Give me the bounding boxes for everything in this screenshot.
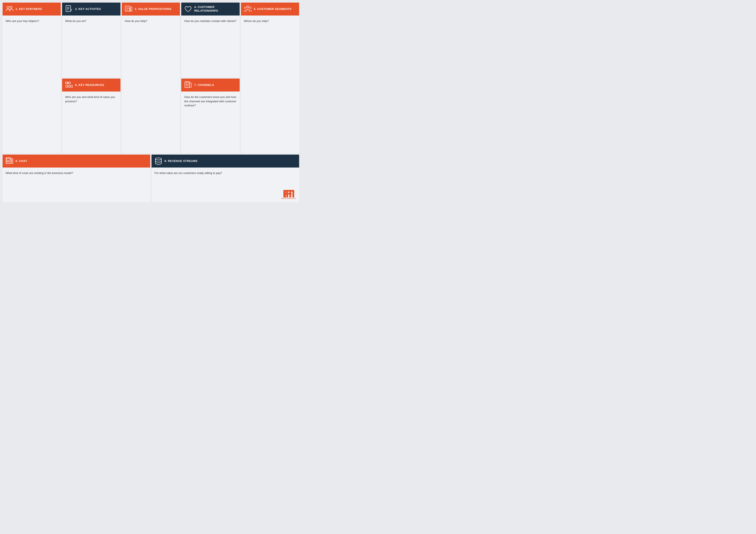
svg-rect-18 xyxy=(186,83,189,84)
value-propositions-card: 3. VALUE PROPOSITIONS How do you help? xyxy=(122,3,180,153)
channels-header: 7. CHANNELS xyxy=(181,79,239,91)
svg-point-24 xyxy=(250,7,251,9)
value-propositions-title: 3. VALUE PROPOSITIONS xyxy=(135,7,172,11)
revenue-header: 9. REVENUE STREAMS xyxy=(151,155,299,167)
key-resources-header: 6. KEY RESOURCES xyxy=(62,79,120,91)
key-activities-card: 2. KEY ACTIVITES What do you do? xyxy=(62,3,120,77)
key-resources-title: 6. KEY RESOURCES xyxy=(75,83,104,87)
svg-point-22 xyxy=(247,6,249,8)
value-icon xyxy=(125,5,133,13)
customer-segments-header: 5. CUSTOMER SEGMENTS xyxy=(241,3,299,15)
revenue-icon xyxy=(154,157,162,165)
customer-segments-column: 5. CUSTOMER SEGMENTS Whom do you help? xyxy=(241,3,299,153)
channels-card: 7. CHANNELS How do the customers know yo… xyxy=(181,79,239,153)
key-activities-header: 2. KEY ACTIVITES xyxy=(62,3,120,15)
customer-segments-body: Whom do you help? xyxy=(241,15,299,153)
key-activities-body: What do you do? xyxy=(62,15,120,77)
svg-rect-21 xyxy=(190,83,192,87)
revenue-title: 9. REVENUE STREAMS xyxy=(164,159,198,163)
svg-rect-11 xyxy=(125,6,130,11)
top-section: 1. KEY PARTNERS Who are your key helpers… xyxy=(3,3,299,153)
key-resources-body: Who are you and what kind of value you p… xyxy=(62,91,120,153)
svg-rect-37 xyxy=(292,190,294,197)
customer-relationships-body: How do you maintain contact with clients… xyxy=(181,15,239,77)
cost-header: 8. COST xyxy=(3,155,150,167)
channels-icon xyxy=(184,81,192,89)
key-resources-card: 6. KEY RESOURCES Who are you and what ki… xyxy=(62,79,120,153)
svg-point-31 xyxy=(155,158,161,160)
activities-icon xyxy=(65,5,73,13)
cost-card: 8. COST What kind of costs are existing … xyxy=(3,155,150,202)
cost-cell: 8. COST What kind of costs are existing … xyxy=(3,155,150,202)
cost-title: 8. COST xyxy=(15,159,27,163)
col2: 2. KEY ACTIVITES What do you do? xyxy=(62,3,120,153)
svg-rect-27 xyxy=(7,161,8,162)
revenue-body: For what value are our customers really … xyxy=(151,167,299,202)
svg-rect-7 xyxy=(68,82,70,84)
cost-body: What kind of costs are existing in the b… xyxy=(3,167,150,202)
partners-icon xyxy=(6,5,14,13)
value-propositions-header: 3. VALUE PROPOSITIONS xyxy=(122,3,180,15)
channels-body: How do the customers know you and how th… xyxy=(181,91,239,153)
customer-relationships-header: 4. CUSTOMER RELATIONSHIPS xyxy=(181,3,239,15)
customer-relationships-cell: 4. CUSTOMER RELATIONSHIPS How do you mai… xyxy=(181,3,239,77)
key-resources-cell: 6. KEY RESOURCES Who are you and what ki… xyxy=(62,79,120,153)
ergomania-logo-icon xyxy=(284,190,294,197)
revenue-card: 9. REVENUE STREAMS For what value are ou… xyxy=(151,155,299,202)
value-propositions-column: 3. VALUE PROPOSITIONS How do you help? xyxy=(122,3,180,153)
svg-rect-28 xyxy=(9,161,10,162)
svg-point-0 xyxy=(7,6,9,9)
customer-segments-card: 5. CUSTOMER SEGMENTS Whom do you help? xyxy=(241,3,299,153)
customer-segments-title: 5. CUSTOMER SEGMENTS xyxy=(254,7,292,11)
svg-rect-36 xyxy=(289,190,291,197)
svg-point-1 xyxy=(10,6,12,9)
resources-icon xyxy=(65,81,73,89)
key-partners-title: 1. KEY PARTNERS xyxy=(15,7,42,11)
col4: 4. CUSTOMER RELATIONSHIPS How do you mai… xyxy=(181,3,239,153)
ergomania-text: ERGOMANIA xyxy=(282,197,296,199)
customer-relationships-title: 4. CUSTOMER RELATIONSHIPS xyxy=(194,5,236,13)
ergomania-logo: ERGOMANIA xyxy=(282,190,296,199)
channels-cell: 7. CHANNELS How do the customers know yo… xyxy=(181,79,239,153)
svg-rect-15 xyxy=(131,7,132,11)
bottom-section: 8. COST What kind of costs are existing … xyxy=(3,155,299,202)
svg-rect-6 xyxy=(66,82,68,84)
key-partners-card: 1. KEY PARTNERS Who are your key helpers… xyxy=(3,3,61,153)
svg-point-23 xyxy=(244,7,246,9)
svg-point-8 xyxy=(66,85,68,88)
key-partners-column: 1. KEY PARTNERS Who are your key helpers… xyxy=(3,3,61,153)
key-activities-title: 2. KEY ACTIVITES xyxy=(75,7,101,11)
svg-rect-35 xyxy=(286,190,288,197)
svg-rect-26 xyxy=(7,159,10,160)
svg-point-9 xyxy=(68,85,70,88)
key-activities-cell: 2. KEY ACTIVITES What do you do? xyxy=(62,3,120,77)
key-partners-body: Who are your key helpers? xyxy=(3,15,61,153)
value-propositions-body: How do you help? xyxy=(122,15,180,153)
canvas: 1. KEY PARTNERS Who are your key helpers… xyxy=(3,3,299,202)
segments-icon xyxy=(244,5,252,13)
key-partners-header: 1. KEY PARTNERS xyxy=(3,3,61,15)
svg-point-10 xyxy=(71,85,73,88)
channels-title: 7. CHANNELS xyxy=(194,83,214,87)
cost-icon xyxy=(6,157,14,165)
revenue-cell: 9. REVENUE STREAMS For what value are ou… xyxy=(151,155,299,202)
relationships-icon xyxy=(184,5,192,13)
customer-relationships-card: 4. CUSTOMER RELATIONSHIPS How do you mai… xyxy=(181,3,239,77)
